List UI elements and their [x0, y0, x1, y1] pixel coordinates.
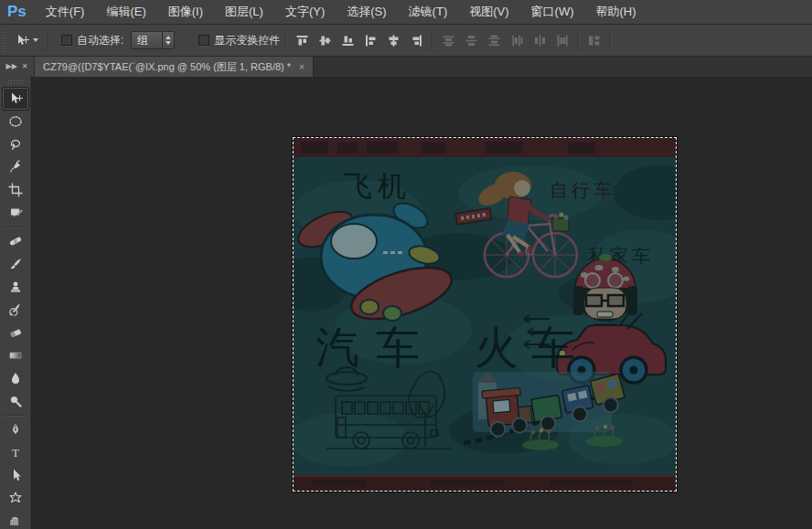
artwork-image: 飞机 [294, 138, 676, 491]
align-bottom-edges-button[interactable] [337, 30, 358, 50]
menu-bar: Ps 文件(F) 编辑(E) 图像(I) 图层(L) 文字(Y) 选择(S) 滤… [0, 0, 812, 25]
auto-select-value: 组 [132, 33, 162, 48]
auto-align-layers-button[interactable] [584, 30, 604, 50]
options-bar: 自动选择: 组 显示变换控件 [0, 25, 812, 57]
workspace: T [0, 77, 812, 529]
distribute-bottom-edges-button[interactable] [484, 30, 504, 50]
tools-panel-grip[interactable] [7, 79, 24, 86]
document-tab-title: CZ79@({D7$YTAE(`@IX.png @ 50% (图层 1, RGB… [43, 60, 291, 74]
move-tool[interactable] [3, 88, 28, 110]
tools-panel-header: ▶▶ ✕ [0, 57, 35, 77]
clone-stamp-tool[interactable] [3, 276, 28, 298]
preset-caret-icon [33, 38, 38, 42]
path-selection-icon [8, 468, 23, 482]
eraser-tool[interactable] [3, 322, 28, 344]
menu-file[interactable]: 文件(F) [35, 0, 96, 24]
gradient-tool[interactable] [3, 344, 28, 366]
photoshop-window: { "app": { "logo_text": "Ps" }, "menubar… [0, 0, 812, 529]
dodge-tool[interactable] [3, 390, 28, 412]
lasso-icon [8, 137, 23, 152]
path-selection-tool[interactable] [3, 464, 28, 486]
custom-shape-icon [8, 491, 23, 505]
document-tab-bar: ▶▶ ✕ CZ79@({D7$YTAE(`@IX.png @ 50% (图层 1… [0, 57, 812, 77]
hand-icon [8, 516, 23, 525]
panel-close-icon[interactable]: ✕ [22, 63, 28, 70]
distribute-right-edges-button[interactable] [552, 30, 572, 50]
menu-view[interactable]: 视图(V) [458, 0, 519, 24]
spot-healing-brush-tool[interactable] [3, 230, 28, 252]
type-tool[interactable]: T [3, 441, 28, 463]
water-drop-icon [8, 371, 23, 386]
brush-icon [8, 257, 23, 271]
pen-icon [8, 422, 23, 437]
history-brush-icon [8, 302, 23, 317]
menu-image[interactable]: 图像(I) [157, 0, 214, 24]
menu-type[interactable]: 文字(Y) [274, 0, 336, 24]
elliptical-marquee-icon [8, 114, 23, 129]
tool-preset-picker[interactable] [11, 31, 42, 49]
menu-edit[interactable]: 编辑(E) [95, 0, 156, 24]
crop-tool[interactable] [3, 179, 28, 201]
auto-select-checkbox[interactable] [61, 35, 72, 46]
document-canvas[interactable]: 飞机 [293, 137, 677, 492]
document-tab[interactable]: CZ79@({D7$YTAE(`@IX.png @ 50% (图层 1, RGB… [35, 57, 314, 77]
menu-window[interactable]: 窗口(W) [520, 0, 585, 24]
menu-layer[interactable]: 图层(L) [214, 0, 274, 24]
auto-select-dropdown[interactable]: 组 [131, 31, 175, 49]
photoshop-logo: Ps [0, 3, 35, 21]
tab-close-icon[interactable]: × [299, 62, 304, 72]
align-left-edges-button[interactable] [360, 30, 380, 50]
align-vertical-centers-button[interactable] [315, 30, 335, 50]
tools-panel: T [0, 77, 31, 529]
clone-stamp-icon [8, 280, 23, 294]
move-tool-icon [15, 33, 29, 48]
align-top-edges-button[interactable] [292, 30, 312, 50]
pen-tool[interactable] [3, 418, 28, 440]
show-transform-checkbox[interactable] [198, 35, 209, 46]
distribute-left-edges-button[interactable] [507, 30, 527, 50]
dark-overlay [294, 138, 676, 491]
distribute-horizontal-centers-button[interactable] [529, 30, 550, 50]
align-right-edges-button[interactable] [406, 30, 426, 50]
align-horizontal-centers-button[interactable] [383, 30, 403, 50]
distribute-top-edges-button[interactable] [438, 30, 458, 50]
lasso-tool[interactable] [3, 133, 28, 155]
elliptical-marquee-tool[interactable] [3, 111, 28, 132]
options-bar-grip[interactable] [2, 28, 8, 52]
menu-help[interactable]: 帮助(H) [585, 0, 647, 24]
dropdown-stepper-icon [162, 32, 174, 48]
show-transform-label: 显示变换控件 [214, 33, 280, 48]
distribute-vertical-centers-button[interactable] [461, 30, 481, 50]
hand-tool[interactable] [3, 510, 28, 529]
bandage-icon [8, 234, 23, 249]
menu-select[interactable]: 选择(S) [336, 0, 397, 24]
custom-shape-tool[interactable] [3, 487, 28, 509]
align-buttons [292, 30, 426, 50]
menu-filter[interactable]: 滤镜(T) [398, 0, 459, 24]
panel-collapse-icon[interactable]: ▶▶ [5, 63, 16, 70]
crop-icon [8, 183, 23, 197]
distribute-buttons [438, 30, 572, 50]
history-brush-tool[interactable] [3, 299, 28, 321]
gradient-icon [8, 348, 23, 363]
note-icon [8, 206, 23, 220]
eraser-icon [8, 325, 23, 340]
quick-selection-tool[interactable] [3, 156, 28, 178]
svg-text:T: T [12, 446, 19, 460]
dodge-icon [8, 394, 23, 408]
quick-selection-icon [8, 160, 23, 175]
note-tool[interactable] [3, 202, 28, 224]
auto-select-label: 自动选择: [77, 33, 123, 48]
brush-tool[interactable] [3, 253, 28, 275]
type-tool-icon: T [8, 445, 23, 460]
move-tool-icon [8, 91, 23, 106]
blur-tool[interactable] [3, 367, 28, 389]
